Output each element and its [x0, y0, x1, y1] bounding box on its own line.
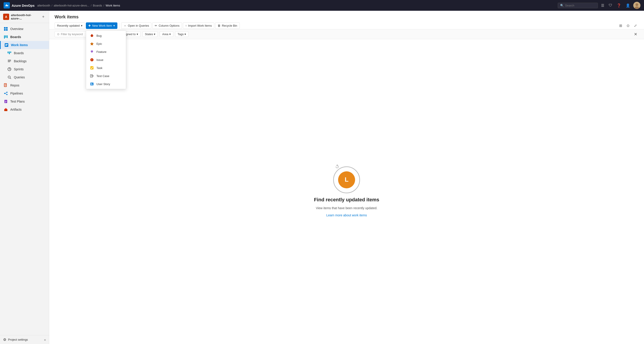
search-box[interactable]: 🔍 [558, 3, 598, 8]
filter-chip-tags[interactable]: Tags ▾ [175, 31, 188, 37]
empty-state-title: Find recently updated items [314, 197, 379, 203]
workitems-icon [4, 43, 9, 47]
menu-item-issue[interactable]: ! Issue [86, 56, 126, 64]
sidebar-item-boards-header-label: Boards [10, 35, 21, 39]
empty-state-link[interactable]: Learn more about work items [326, 213, 367, 217]
sidebar-header: A alterbooth-hol-azure-... + [0, 11, 49, 23]
menu-item-task[interactable]: Task [86, 64, 126, 72]
sidebar-item-boards[interactable]: Boards [0, 49, 49, 57]
filter-toggle-button[interactable]: ⊙ [625, 22, 631, 29]
menu-item-user-story[interactable]: User Story [86, 80, 126, 88]
breadcrumb-item-3[interactable]: Boards [93, 4, 102, 7]
menu-item-epic[interactable]: Epic [86, 40, 126, 48]
svg-rect-15 [8, 52, 8, 53]
task-icon [90, 66, 94, 70]
pipelines-icon [4, 91, 8, 96]
sidebar-item-artifacts[interactable]: Artifacts [0, 105, 49, 114]
filter-chip-states-label: States [145, 33, 153, 36]
empty-state-icon: ↺ L [333, 166, 360, 193]
org-icon: A [3, 14, 9, 20]
queries-icon [7, 75, 12, 80]
svg-rect-16 [9, 52, 10, 54]
svg-point-22 [8, 76, 10, 78]
breadcrumb-item-2[interactable]: alterbooth-hol-azure-devo... [54, 4, 90, 7]
sidebar-item-artifacts-label: Artifacts [10, 108, 22, 111]
open-in-queries-button[interactable]: ↔ Open in Queries [121, 22, 152, 29]
menu-item-feature[interactable]: Feature [86, 48, 126, 56]
filter-chip-area[interactable]: Area ▾ [160, 31, 173, 37]
filter-keyword-placeholder: Filter by keyword [61, 33, 83, 36]
sidebar-item-sprints-label: Sprints [14, 67, 24, 71]
sidebar-item-test-plans[interactable]: Test Plans [0, 97, 49, 105]
new-work-item-container: ✚ New Work Item ▾ Bug [86, 22, 118, 29]
clock-inner: L [338, 171, 355, 188]
open-queries-icon: ↔ [124, 24, 126, 27]
sidebar-item-backlogs[interactable]: Backlogs [0, 57, 49, 65]
project-settings-link[interactable]: ⚙ Project settings [3, 337, 28, 342]
svg-line-31 [5, 92, 6, 93]
chevron-down-icon-btn: ▾ [113, 24, 115, 27]
search-input[interactable] [565, 4, 592, 7]
breadcrumb-item-1[interactable]: alterbooth [37, 4, 50, 7]
svg-line-32 [5, 93, 6, 94]
filter-bar: ⊙ Filter by keyword Types ▾ Assigned to … [49, 29, 644, 39]
sidebar-item-backlogs-label: Backlogs [14, 59, 26, 63]
sidebar-collapse-button[interactable]: « [44, 338, 46, 341]
breadcrumb-sep-3: / [104, 4, 104, 7]
sidebar-item-queries[interactable]: Queries [0, 73, 49, 81]
empty-state-subtitle: View items that have been recently updat… [316, 206, 377, 210]
badge-icon-btn[interactable]: 🛡 [607, 3, 614, 8]
sidebar-item-work-items-label: Work items [11, 43, 28, 47]
sidebar-item-boards-header[interactable]: Boards [0, 33, 49, 41]
adjust-columns-button[interactable]: ⊞ [618, 22, 624, 29]
sidebar-item-sprints[interactable]: Sprints [0, 65, 49, 73]
list-icon-btn[interactable]: ☰ [600, 3, 606, 9]
help-icon-btn[interactable]: ❓ [616, 3, 622, 9]
sidebar-item-repos[interactable]: Repos [0, 81, 49, 89]
project-settings-label: Project settings [8, 338, 28, 341]
recently-updated-label: Recently updated [57, 24, 80, 27]
svg-point-30 [6, 94, 8, 95]
menu-item-test-case[interactable]: Test Case [86, 72, 126, 80]
import-work-items-button[interactable]: ↑ Import Work Items [183, 22, 214, 29]
filter-chip-states[interactable]: States ▾ [142, 31, 158, 37]
column-options-button[interactable]: ✏ Column Options [152, 22, 182, 29]
recycle-bin-button[interactable]: 🗑 Recycle Bin [215, 22, 240, 29]
epic-icon [90, 41, 94, 46]
sidebar-item-work-items[interactable]: Work items [0, 41, 49, 49]
fullscreen-button[interactable]: ⤢ [632, 22, 639, 29]
clock-arrow-icon: ↺ [334, 163, 341, 170]
sidebar-item-pipelines[interactable]: Pipelines [0, 89, 49, 97]
column-options-icon: ✏ [155, 24, 157, 27]
search-icon: 🔍 [560, 4, 564, 7]
svg-rect-7 [6, 29, 8, 31]
sidebar-item-overview[interactable]: Overview [0, 25, 49, 33]
svg-rect-9 [5, 35, 6, 38]
svg-text:L: L [344, 176, 348, 183]
main-area: A alterbooth-hol-azure-... + Overview Bo… [0, 11, 644, 344]
repos-icon [4, 83, 8, 88]
sidebar-item-boards-label: Boards [14, 51, 24, 55]
svg-point-2 [636, 3, 638, 6]
new-work-item-label: New Work Item [92, 24, 112, 27]
empty-state: ↺ L Find recently updated items View ite… [49, 39, 644, 344]
menu-item-feature-label: Feature [96, 50, 106, 54]
menu-item-bug[interactable]: Bug [86, 32, 126, 40]
sidebar: A alterbooth-hol-azure-... + Overview Bo… [0, 11, 49, 344]
backlogs-icon [7, 59, 12, 63]
top-nav-actions: 🔍 ☰ 🛡 ❓ 👤 [558, 2, 640, 9]
settings-icon: ⚙ [3, 337, 6, 342]
add-project-button[interactable]: + [41, 14, 46, 20]
recently-updated-button[interactable]: Recently updated ▾ [54, 22, 85, 29]
breadcrumb-sep-1: / [52, 4, 52, 7]
svg-rect-45 [90, 75, 92, 77]
chevron-down-icon: ▾ [81, 24, 82, 27]
issue-icon: ! [90, 58, 94, 62]
new-work-item-button[interactable]: ✚ New Work Item ▾ [86, 22, 118, 29]
avatar[interactable] [633, 2, 640, 9]
menu-item-epic-label: Epic [96, 42, 102, 46]
user-icon-btn[interactable]: 👤 [624, 3, 632, 9]
svg-rect-17 [10, 52, 11, 53]
sidebar-item-repos-label: Repos [10, 84, 19, 87]
filter-close-button[interactable]: ✕ [632, 31, 639, 37]
